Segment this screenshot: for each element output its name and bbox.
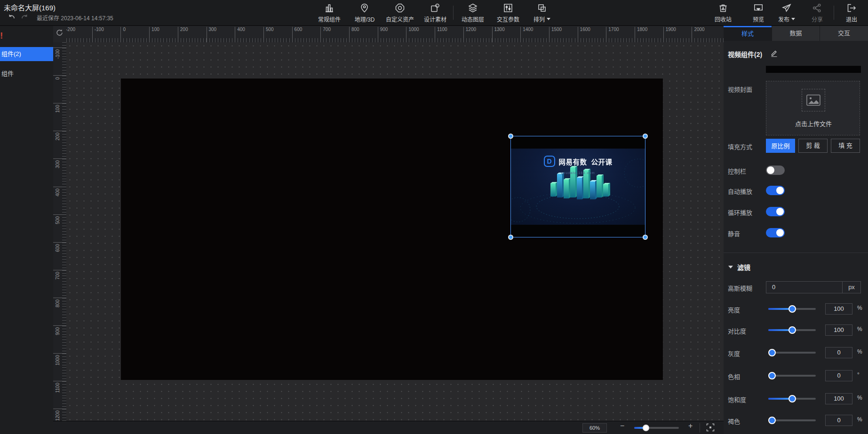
blur-input[interactable]: 0 — [766, 281, 842, 293]
resize-handle-top-right[interactable] — [643, 134, 648, 139]
app-window: 未命名大屏(169) 最近保存 2023-06-14 14:57:35 常规组件… — [0, 0, 868, 434]
slider-thumb[interactable] — [768, 417, 776, 424]
fill-option-fill[interactable]: 填 充 — [831, 139, 860, 153]
tab-style[interactable]: 样式 — [724, 26, 772, 41]
toggle-mute[interactable] — [766, 228, 785, 237]
cover-logo-row: D 网易有数公开课 — [510, 156, 645, 167]
h-ruler-label: 100 — [149, 27, 159, 42]
zoom-slider[interactable] — [634, 427, 679, 429]
filter-row-hue: 色相 0 ° — [724, 370, 868, 382]
v-ruler-label: 400 — [53, 187, 66, 187]
sepia-value-input[interactable]: 0 — [825, 415, 852, 426]
map-pin-icon — [359, 3, 370, 13]
action-preview[interactable]: 预览 — [753, 3, 764, 23]
blur-label: 高斯模糊 — [728, 284, 752, 292]
saturation-slider[interactable] — [768, 393, 816, 405]
brightness-value-input[interactable]: 100 — [825, 303, 852, 315]
filter-row-brightness: 亮度 100 % — [724, 303, 868, 315]
tab-interaction[interactable]: 交互 — [820, 26, 868, 41]
toggle-autoplay[interactable] — [766, 186, 785, 195]
upload-inner-box — [802, 89, 825, 111]
grayscale-slider[interactable] — [768, 347, 816, 359]
tool-arrange[interactable]: 排列 — [534, 3, 550, 23]
slider-thumb[interactable] — [768, 372, 776, 379]
zoom-out-button[interactable]: − — [620, 422, 624, 430]
h-ruler-label: 1900 — [663, 27, 676, 42]
slider-thumb[interactable] — [788, 326, 796, 334]
tool-custom-assets[interactable]: 自定义资产 — [386, 3, 414, 23]
zoom-slider-thumb[interactable] — [643, 425, 649, 431]
tool-label: 交互参数 — [497, 15, 519, 23]
tool-interaction-params[interactable]: 交互参数 — [497, 3, 519, 23]
h-ruler-label: 1100 — [435, 27, 447, 42]
fill-option-original-ratio[interactable]: 原比例 — [766, 139, 795, 153]
v-ruler-label: 1200 — [53, 409, 66, 409]
v-ruler-label: 700 — [53, 270, 66, 270]
action-recycle-bin[interactable]: 回收站 — [715, 3, 732, 23]
resize-handle-top-left[interactable] — [508, 134, 513, 139]
zoom-in-button[interactable]: + — [688, 422, 693, 430]
resize-handle-bottom-left[interactable] — [508, 235, 513, 240]
resize-handle-bottom-right[interactable] — [643, 235, 648, 240]
filter-label: 灰度 — [728, 349, 740, 358]
trash-icon — [718, 3, 728, 13]
asset-shapes-icon — [430, 3, 440, 13]
tool-geo-3d[interactable]: 地理/3D — [355, 3, 375, 23]
zoom-value-box[interactable]: 60% — [582, 423, 607, 433]
cover-label: 视频封面 — [728, 85, 752, 94]
h-ruler-label: 1200 — [463, 27, 476, 42]
brightness-slider[interactable] — [768, 303, 816, 315]
tool-basic-components[interactable]: 常规组件 — [318, 3, 341, 23]
toggle-control-bar[interactable] — [766, 166, 785, 175]
action-publish[interactable]: 发布 — [778, 3, 795, 23]
slider-thumb[interactable] — [788, 305, 796, 313]
h-ruler-label: 1500 — [549, 27, 562, 42]
hue-value-input[interactable]: 0 — [825, 370, 852, 381]
exit-icon — [846, 3, 857, 13]
h-ruler-label: 500 — [263, 27, 274, 42]
slider-thumb[interactable] — [768, 349, 776, 356]
filter-label: 对比度 — [728, 326, 746, 335]
video-component[interactable]: D 网易有数公开课 youdata.163.com — [510, 136, 645, 237]
canvas-bottom-bar: 60% − + — [53, 421, 724, 434]
contrast-value-input[interactable]: 100 — [825, 324, 852, 336]
saturation-value-input[interactable]: 100 — [825, 393, 852, 404]
hue-slider[interactable] — [768, 370, 816, 382]
filter-section-header[interactable]: 滤镜 — [728, 262, 750, 272]
slider-thumb[interactable] — [788, 395, 796, 402]
undo-icon[interactable] — [8, 12, 16, 21]
tool-dynamic-layers[interactable]: 动态图层 — [462, 3, 484, 23]
toggle-loop[interactable] — [766, 207, 785, 216]
tool-design-assets[interactable]: 设计素材 — [424, 3, 446, 23]
component-title: 视频组件(2) — [728, 49, 762, 59]
filter-unit: % — [857, 305, 862, 311]
toggle-label-controls: 控制栏 — [728, 166, 746, 175]
cover-preview-bar[interactable] — [766, 66, 861, 73]
h-ruler-label: 600 — [292, 27, 303, 42]
tab-data[interactable]: 数据 — [772, 26, 820, 41]
action-label: 预览 — [753, 15, 764, 23]
action-label: 分享 — [812, 15, 823, 23]
h-ruler-label: 700 — [320, 27, 331, 42]
sidebar-item-components[interactable]: 组件(2) — [0, 47, 53, 61]
gear-icon — [395, 3, 405, 13]
fill-option-crop[interactable]: 剪 裁 — [798, 139, 828, 153]
v-ruler-label: 900 — [53, 325, 66, 326]
grayscale-value-input[interactable]: 0 — [825, 347, 852, 358]
filter-section-title: 滤镜 — [737, 262, 750, 272]
ruler-corner[interactable] — [53, 26, 66, 42]
redo-icon[interactable] — [21, 12, 29, 21]
action-exit[interactable]: 退出 — [846, 3, 857, 23]
fit-to-screen-button[interactable] — [706, 423, 716, 433]
sidebar-item-component[interactable]: 组件 — [0, 68, 53, 79]
layer-sidebar: ! 组件(2) 组件 — [0, 26, 53, 434]
h-ruler-label: 1400 — [520, 27, 533, 42]
upload-cover-dropzone[interactable]: 点击上传文件 — [766, 81, 860, 135]
edit-pencil-icon[interactable] — [771, 49, 778, 57]
action-share[interactable]: 分享 — [812, 3, 823, 23]
v-ruler-label: 800 — [53, 298, 66, 298]
contrast-slider[interactable] — [768, 324, 816, 336]
sepia-slider[interactable] — [768, 414, 816, 426]
toggle-knob — [776, 187, 784, 194]
toggle-label-loop: 循环播放 — [728, 208, 752, 217]
